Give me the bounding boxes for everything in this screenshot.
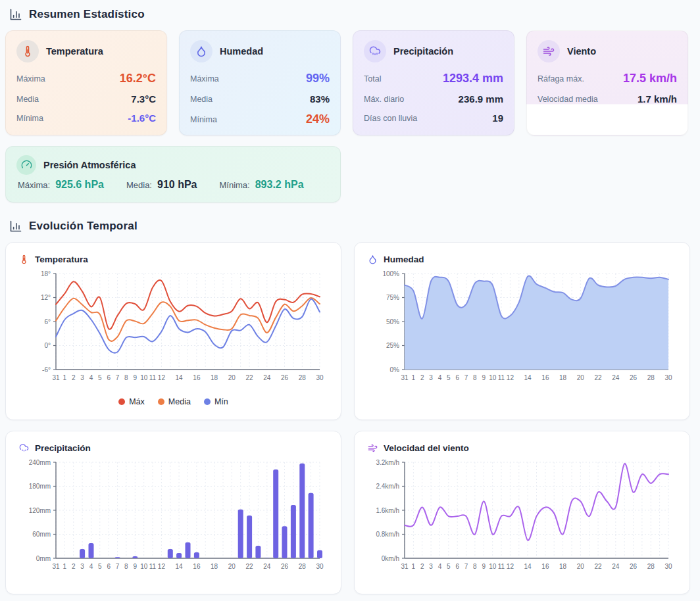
svg-text:25%: 25%	[386, 342, 399, 349]
svg-text:18°: 18°	[41, 270, 51, 277]
svg-text:50%: 50%	[386, 318, 399, 325]
chart-title: Precipitación	[35, 443, 91, 453]
svg-text:8: 8	[124, 374, 128, 381]
svg-text:75%: 75%	[386, 294, 399, 301]
svg-text:6: 6	[107, 563, 111, 570]
svg-text:24: 24	[612, 563, 620, 570]
svg-text:26: 26	[281, 374, 289, 381]
svg-text:12: 12	[158, 374, 166, 381]
chart-title: Humedad	[384, 254, 424, 264]
svg-text:10: 10	[489, 374, 497, 381]
svg-text:30: 30	[664, 563, 672, 570]
svg-text:0km/h: 0km/h	[382, 555, 399, 562]
bar-chart-icon	[9, 8, 22, 21]
svg-text:18: 18	[559, 563, 567, 570]
card-title: Viento	[567, 46, 596, 57]
humidity-chart[interactable]: 100%75%50%25%0%3112345678910111214161820…	[368, 268, 676, 392]
bar-chart-icon	[9, 220, 22, 233]
svg-text:11: 11	[498, 563, 505, 570]
svg-text:1: 1	[412, 563, 416, 570]
svg-text:4: 4	[89, 374, 93, 381]
svg-text:8: 8	[124, 563, 128, 570]
svg-text:10: 10	[140, 563, 148, 570]
svg-text:120mm: 120mm	[29, 507, 51, 514]
svg-text:20: 20	[577, 563, 585, 570]
precipitacion-chart-svg[interactable]: 240mm180mm120mm60mm0mm311234567891011121…	[19, 457, 328, 581]
svg-text:30: 30	[316, 563, 324, 570]
svg-text:12: 12	[507, 374, 514, 381]
wind-icon	[538, 40, 560, 62]
stat-value: 17.5 km/h	[623, 72, 677, 85]
viento-chart-svg[interactable]: 3.2km/h2.4km/h1.6km/h0.8km/h0km/h3112345…	[368, 457, 676, 581]
evolution-title: Evolución Temporal	[29, 220, 138, 233]
svg-text:16: 16	[541, 563, 549, 570]
svg-text:20: 20	[228, 374, 236, 381]
svg-text:31: 31	[401, 374, 409, 381]
svg-text:12: 12	[507, 563, 514, 570]
pressure-item: Mínima: 893.2 hPa	[219, 179, 303, 191]
svg-text:18: 18	[211, 563, 218, 570]
svg-text:10: 10	[140, 374, 148, 381]
stat-value: 24%	[306, 112, 330, 126]
svg-text:12: 12	[158, 563, 166, 570]
chart-card-humedad: Humedad 100%75%50%25%0%31123456789101112…	[354, 242, 690, 420]
svg-text:5: 5	[447, 563, 451, 570]
card-title: Precipitación	[393, 46, 453, 57]
svg-text:11: 11	[149, 374, 157, 381]
svg-text:18: 18	[211, 374, 218, 381]
stat-value: 19	[492, 112, 503, 124]
chart-card-temperatura: Temperatura 18°12°6°0°-6°311234567891011…	[5, 242, 341, 420]
stat-row: Días con lluvia 19	[364, 108, 503, 128]
temperatura-chart-svg[interactable]: 18°12°6°0°-6°311234567891011121416182022…	[19, 268, 328, 392]
svg-text:24: 24	[263, 563, 271, 570]
svg-text:0mm: 0mm	[36, 555, 51, 562]
svg-text:9: 9	[134, 563, 138, 570]
svg-text:11: 11	[149, 563, 157, 570]
humedad-chart-svg[interactable]: 100%75%50%25%0%3112345678910111214161820…	[368, 268, 676, 392]
svg-text:1.6km/h: 1.6km/h	[376, 507, 399, 514]
svg-text:11: 11	[498, 374, 505, 381]
svg-text:7: 7	[464, 563, 468, 570]
legend-item-media[interactable]: Media	[158, 397, 191, 406]
precipitation-chart[interactable]: 240mm180mm120mm60mm0mm311234567891011121…	[19, 457, 328, 581]
svg-text:1: 1	[412, 374, 416, 381]
svg-text:240mm: 240mm	[29, 459, 51, 466]
stat-row: Máx. diario 236.9 mm	[364, 89, 503, 108]
svg-text:1: 1	[63, 563, 67, 570]
svg-text:3: 3	[80, 374, 84, 381]
card-title: Humedad	[220, 46, 263, 57]
svg-text:7: 7	[116, 374, 120, 381]
stat-card-humedad: Humedad Máxima 99% Media 83% Mínima 24%	[179, 30, 341, 135]
svg-text:3: 3	[429, 374, 433, 381]
svg-text:22: 22	[595, 374, 603, 381]
summary-header: Resumen Estadístico	[9, 8, 688, 21]
svg-text:18: 18	[559, 374, 567, 381]
svg-text:12°: 12°	[41, 294, 51, 301]
svg-text:2: 2	[72, 374, 76, 381]
stat-row: Velocidad media 1.7 km/h	[538, 89, 677, 108]
svg-text:28: 28	[299, 374, 307, 381]
svg-text:31: 31	[52, 563, 60, 570]
legend-item-max[interactable]: Máx	[118, 397, 145, 406]
temperature-legend: Máx Media Mín	[19, 397, 328, 406]
weather-stats-dashboard: Resumen Estadístico Temperatura Máxima 1…	[0, 0, 700, 601]
wind-chart[interactable]: 3.2km/h2.4km/h1.6km/h0.8km/h0km/h3112345…	[368, 457, 676, 581]
svg-text:31: 31	[401, 563, 409, 570]
svg-text:5: 5	[98, 563, 102, 570]
stat-row: Mínima -1.6°C	[16, 108, 156, 128]
stat-value: -1.6°C	[128, 112, 156, 124]
svg-text:8: 8	[473, 563, 477, 570]
svg-text:6°: 6°	[44, 318, 51, 325]
svg-text:7: 7	[464, 374, 468, 381]
legend-dot	[118, 398, 125, 405]
svg-text:14: 14	[524, 563, 532, 570]
svg-text:24: 24	[612, 374, 620, 381]
svg-text:0°: 0°	[44, 342, 51, 349]
wind-icon	[368, 443, 378, 453]
stat-row: Máxima 16.2°C	[16, 68, 156, 89]
temperature-chart[interactable]: 18°12°6°0°-6°311234567891011121416182022…	[19, 268, 328, 392]
stat-card-presion: Presión Atmosférica Máxima: 925.6 hPa Me…	[5, 146, 341, 203]
legend-item-min[interactable]: Mín	[204, 397, 228, 406]
stat-value: 16.2°C	[120, 72, 156, 85]
stat-card-temperatura: Temperatura Máxima 16.2°C Media 7.3°C Mí…	[5, 30, 167, 135]
